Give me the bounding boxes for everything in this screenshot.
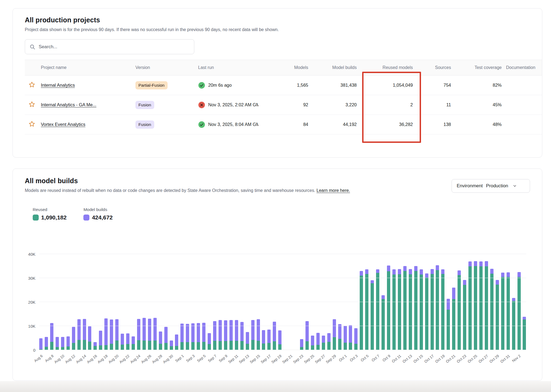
reused-segment bbox=[305, 341, 309, 350]
model-builds-segment bbox=[148, 319, 151, 341]
model-builds-segment bbox=[219, 320, 222, 341]
x-axis-tick-label: Oct 3 bbox=[349, 354, 359, 363]
model-builds-segment bbox=[311, 336, 314, 345]
model-builds-segment bbox=[316, 333, 320, 345]
reused-segment bbox=[164, 343, 168, 350]
reused-segment bbox=[452, 299, 455, 350]
bar: Sep 5 bbox=[202, 254, 205, 350]
reused-segment bbox=[262, 343, 265, 350]
model-builds-segment bbox=[360, 271, 363, 276]
bar: Sep 17 bbox=[267, 254, 271, 350]
bar bbox=[425, 254, 428, 350]
model-builds-segment bbox=[371, 280, 374, 283]
sources-value: 11 bbox=[415, 95, 453, 115]
model-builds-segment bbox=[159, 331, 162, 344]
legend-value: 424,672 bbox=[92, 214, 113, 221]
reused-segment bbox=[229, 341, 233, 350]
reused-segment bbox=[175, 346, 178, 350]
project-link[interactable]: Internal Analytics bbox=[41, 83, 75, 88]
bar: Oct 19 bbox=[441, 254, 444, 350]
project-link[interactable]: Vortex Event Analytics bbox=[41, 122, 85, 127]
bar bbox=[197, 254, 200, 350]
reused-segment bbox=[447, 310, 450, 350]
bar: Sep 23 bbox=[300, 254, 303, 350]
bar: Aug 14 bbox=[83, 254, 86, 350]
x-axis-tick-label: Aug 14 bbox=[75, 354, 87, 364]
reused-segment bbox=[267, 343, 271, 350]
model-builds-segment bbox=[56, 337, 59, 347]
bar: Oct 1 bbox=[344, 254, 347, 350]
gridline bbox=[39, 350, 526, 350]
bar: Oct 9 bbox=[387, 254, 390, 350]
reused-segment bbox=[490, 274, 494, 350]
column-header-project-name: Project name bbox=[39, 60, 133, 76]
reused-segment bbox=[202, 342, 205, 350]
model-builds-segment bbox=[398, 269, 401, 274]
bar: Sep 29 bbox=[333, 254, 336, 350]
model-builds-segment bbox=[382, 295, 385, 299]
model-builds-segment bbox=[354, 328, 358, 344]
reused-segment bbox=[485, 266, 488, 350]
model-builds-segment bbox=[83, 319, 86, 340]
reused-segment bbox=[376, 273, 379, 350]
bar: Sep 19 bbox=[278, 254, 281, 350]
bar bbox=[186, 254, 189, 350]
x-axis-tick-label: Oct 17 bbox=[423, 354, 435, 364]
x-axis-tick-label: Sep 25 bbox=[303, 354, 315, 364]
environment-select[interactable]: Environment Production bbox=[452, 179, 530, 193]
x-axis-tick-label: Sep 17 bbox=[260, 354, 272, 364]
reused-segment bbox=[431, 274, 434, 350]
x-axis-tick-label: Aug 16 bbox=[86, 354, 98, 364]
model-builds-segment bbox=[338, 324, 341, 339]
reused-segment bbox=[115, 340, 119, 350]
bar bbox=[501, 254, 504, 350]
bar: Aug 16 bbox=[93, 254, 97, 350]
model-builds-segment bbox=[501, 273, 504, 277]
reused-segment bbox=[126, 344, 129, 350]
model-builds-segment bbox=[104, 318, 108, 345]
x-axis-tick-label: Sep 1 bbox=[175, 354, 185, 363]
project-link[interactable]: Internal Analytics - GA Me... bbox=[41, 102, 96, 107]
bar: Sep 7 bbox=[213, 254, 216, 350]
x-axis-tick-label: Sep 19 bbox=[271, 354, 283, 364]
model-builds-segment bbox=[77, 319, 81, 340]
stacked-bar-chart: Aug 6Aug 8Aug 10Aug 12Aug 14Aug 16Aug 18… bbox=[39, 254, 526, 350]
model-builds-segment bbox=[431, 269, 434, 274]
documentation-value bbox=[504, 76, 542, 95]
model-builds-segment bbox=[191, 323, 195, 342]
x-axis-tick-label: Oct 21 bbox=[445, 354, 456, 364]
run-status-icon bbox=[198, 82, 205, 89]
model-builds-segment bbox=[153, 318, 157, 340]
reused-segment bbox=[235, 341, 238, 350]
bar: Oct 17 bbox=[431, 254, 434, 350]
bar: Aug 26 bbox=[148, 254, 151, 350]
bar bbox=[56, 254, 59, 350]
gridline bbox=[39, 254, 526, 254]
bar: Sep 21 bbox=[289, 254, 292, 350]
bar: Sep 15 bbox=[257, 254, 260, 350]
favorite-star-icon[interactable] bbox=[28, 81, 35, 88]
documentation-value bbox=[504, 95, 542, 115]
model-builds-segment bbox=[517, 272, 521, 277]
bar bbox=[143, 254, 146, 350]
chevron-down-icon bbox=[513, 184, 517, 188]
reused-segment bbox=[72, 343, 75, 350]
model-builds-segment bbox=[164, 327, 168, 343]
model-builds-segment bbox=[409, 269, 412, 274]
bar: Nov 2 bbox=[517, 254, 521, 350]
reused-segment bbox=[479, 266, 483, 350]
model-builds-segment bbox=[479, 261, 483, 266]
x-axis-tick-label: Sep 15 bbox=[249, 354, 261, 364]
reused-segment bbox=[99, 345, 102, 350]
learn-more-link[interactable]: Learn more here. bbox=[317, 188, 350, 193]
favorite-star-icon[interactable] bbox=[28, 101, 35, 108]
search-input[interactable] bbox=[39, 44, 190, 50]
bar bbox=[99, 254, 102, 350]
bar bbox=[132, 254, 135, 350]
favorite-star-icon[interactable] bbox=[28, 120, 35, 128]
bar bbox=[403, 254, 407, 350]
bar bbox=[229, 254, 233, 350]
reused-segment bbox=[517, 277, 521, 350]
x-axis-tick-label: Aug 28 bbox=[151, 354, 163, 364]
bar bbox=[468, 254, 472, 350]
